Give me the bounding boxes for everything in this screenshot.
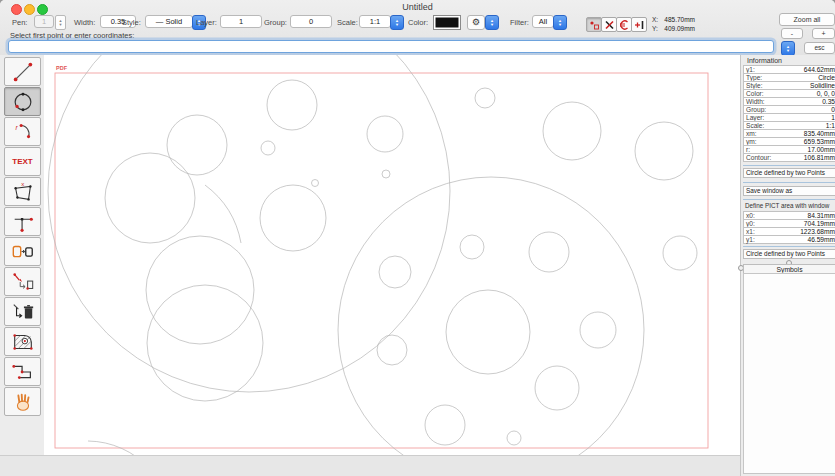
pen-label: Pen:	[12, 18, 27, 27]
drawn-circle[interactable]	[147, 285, 263, 401]
layer-label: Layer:	[196, 18, 217, 27]
drawn-circle[interactable]	[379, 256, 411, 288]
arc-tool-icon: r	[8, 120, 38, 144]
coord-x-value: 485.70mm	[655, 16, 695, 23]
zoom-in-button[interactable]: +	[812, 28, 835, 39]
filter-dropdown-icon[interactable]: ▲▼	[553, 15, 567, 30]
drawn-circle[interactable]	[261, 141, 275, 155]
pict-row: y1:46.59mm	[743, 235, 835, 244]
quadrilateral-tool-icon: x	[8, 180, 38, 204]
pict-area-title: Define PICT area with window	[745, 202, 829, 209]
snap-perpendicular-icon	[634, 20, 645, 30]
hatch-tool-icon	[8, 330, 38, 354]
window-bottom-edge	[0, 455, 740, 476]
drawn-circle[interactable]	[446, 290, 530, 374]
tool-pan-button[interactable]	[4, 387, 41, 416]
snap-center-button[interactable]	[616, 17, 632, 32]
pen-stepper[interactable]: ▲▼	[55, 15, 66, 30]
prompt-label: Select first point or enter coordinates:	[10, 31, 134, 40]
circle-two-points-button-2[interactable]: Circle defined by two Points	[743, 249, 835, 259]
drawn-circle[interactable]	[543, 102, 601, 160]
tool-duplicate-button[interactable]	[4, 237, 41, 266]
perpendicular-tool-icon	[8, 210, 38, 234]
esc-button[interactable]: esc	[804, 42, 835, 54]
panel-divider	[743, 246, 835, 247]
save-window-as-button[interactable]: Save window as	[743, 186, 835, 196]
titlebar[interactable]: Untitled	[0, 0, 835, 14]
tool-hatch-button[interactable]	[4, 327, 41, 356]
drawn-circle[interactable]	[507, 431, 521, 445]
snap-cross-button[interactable]	[601, 17, 617, 32]
snap-cross-icon	[604, 20, 615, 30]
drawn-circle[interactable]	[377, 335, 407, 365]
pen-field[interactable]: 1	[34, 15, 54, 28]
svg-text:x: x	[21, 180, 24, 186]
color-swatch[interactable]	[433, 15, 461, 30]
zoom-out-button[interactable]: -	[781, 28, 803, 39]
layer-field[interactable]: 1	[220, 15, 262, 28]
symbols-list[interactable]	[743, 273, 835, 474]
tool-edit-points-button[interactable]	[4, 267, 41, 296]
scale-dropdown-icon[interactable]: ▲▼	[390, 15, 404, 30]
tool-line-button[interactable]	[4, 57, 41, 86]
drawn-circle[interactable]	[529, 232, 569, 272]
tool-arc-button[interactable]: r	[4, 117, 41, 146]
settings-dropdown-icon[interactable]: ▲▼	[485, 15, 499, 30]
duplicate-tool-icon	[8, 240, 38, 264]
drawn-circle[interactable]	[260, 185, 326, 251]
drawn-circle[interactable]	[460, 235, 484, 259]
tool-text-button[interactable]: TEXT	[4, 147, 41, 176]
drawn-circle[interactable]	[146, 236, 254, 344]
panel-divider	[743, 182, 835, 183]
snap-center-icon	[619, 20, 630, 30]
filter-select[interactable]: All	[532, 15, 554, 28]
width-label: Width:	[74, 18, 95, 27]
style-select[interactable]: — Solid	[145, 15, 193, 28]
drawn-circle[interactable]	[580, 312, 616, 348]
tool-perpendicular-button[interactable]	[4, 207, 41, 236]
scale-select[interactable]: 1:1	[359, 15, 391, 28]
tool-polyline-button[interactable]	[4, 357, 41, 386]
drawn-circle[interactable]	[475, 88, 495, 108]
canvas-drawing[interactable]: PDF	[44, 55, 740, 455]
info-row: Contour:106.81mm	[743, 153, 835, 162]
drawn-circle[interactable]	[425, 405, 465, 445]
group-field[interactable]: 0	[290, 15, 332, 28]
tool-palette: r TEXT x	[0, 55, 45, 476]
input-history-stepper[interactable]: ▲▼	[781, 41, 795, 56]
drawn-circle[interactable]	[312, 180, 319, 187]
filter-label: Filter:	[510, 18, 529, 27]
snap-perpendicular-button[interactable]	[631, 17, 647, 32]
settings-gear-button[interactable]: ⚙	[467, 15, 485, 30]
drawn-circle[interactable]	[635, 122, 693, 180]
tool-delete-button[interactable]	[4, 297, 41, 326]
color-label: Color:	[408, 18, 428, 27]
drawn-circle[interactable]	[663, 236, 697, 270]
command-input[interactable]	[8, 40, 774, 53]
drawn-circle[interactable]	[167, 115, 227, 175]
drawn-circle[interactable]	[48, 55, 450, 392]
text-tool-icon: TEXT	[12, 157, 32, 166]
circle-tool-icon	[8, 90, 38, 114]
coord-y-value: 409.09mm	[655, 25, 695, 32]
drawn-circle[interactable]	[267, 80, 317, 130]
tool-quadrilateral-button[interactable]: x	[4, 177, 41, 206]
tool-circle-button[interactable]	[4, 87, 41, 116]
circle-two-points-button[interactable]: Circle defined by two Points	[743, 168, 835, 178]
svg-text:r: r	[15, 124, 18, 131]
pan-hand-icon	[8, 390, 38, 414]
snap-point-button[interactable]	[586, 17, 602, 32]
drawn-circle[interactable]	[382, 170, 390, 178]
info-panel: Information y1:644.62mm Type:Circle Styl…	[740, 55, 835, 476]
drawn-arc[interactable]	[205, 185, 241, 243]
drawn-circle[interactable]	[338, 177, 644, 455]
drawn-circle[interactable]	[105, 153, 195, 243]
drawing-canvas[interactable]: PDF	[44, 55, 740, 455]
style-label: Style:	[122, 18, 141, 27]
zoom-all-button[interactable]: Zoom all	[779, 13, 835, 26]
edit-points-tool-icon	[8, 270, 38, 294]
drawn-circle[interactable]	[535, 366, 579, 410]
panel-divider	[743, 199, 835, 200]
drawn-shapes[interactable]	[48, 55, 697, 455]
drawn-circle[interactable]	[367, 116, 403, 152]
